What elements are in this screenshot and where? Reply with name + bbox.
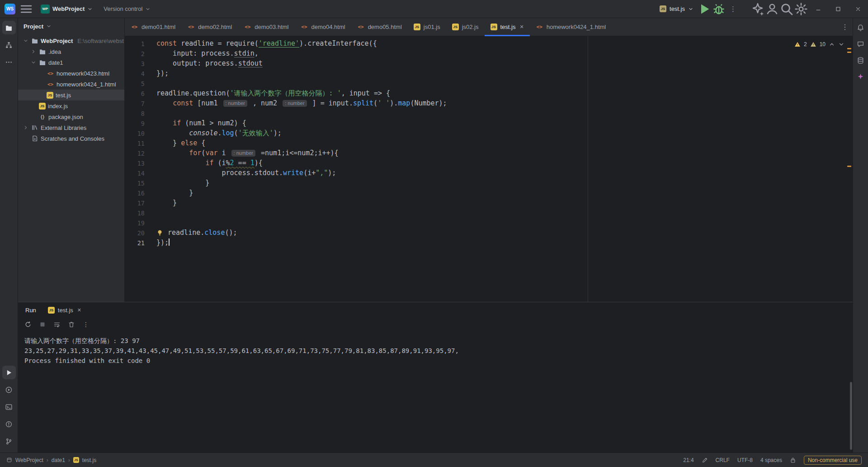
- warning-stripe-mark[interactable]: [847, 166, 851, 167]
- tool-window-button-problems[interactable]: [2, 417, 16, 431]
- main-menu-icon[interactable]: [19, 2, 33, 16]
- console-line-2[interactable]: 23,25,27,29,31,33,35,37,39,41,43,45,47,4…: [24, 346, 846, 356]
- tool-window-button-git[interactable]: [2, 434, 16, 448]
- code-line-11[interactable]: 11 } else {: [125, 138, 853, 148]
- project-tree-item-WebProject[interactable]: WebProjectE:\software\webst: [18, 35, 124, 46]
- line-number[interactable]: 14: [125, 168, 145, 178]
- code-line-3[interactable]: 3 output: process.stdout: [125, 58, 853, 68]
- maximize-button[interactable]: [828, 0, 848, 18]
- line-number[interactable]: 4: [125, 68, 145, 78]
- code-line-12[interactable]: 12 for(var i : number =num1;i<=num2;i++)…: [125, 148, 853, 158]
- console-scrollbar[interactable]: [850, 382, 852, 450]
- chevron-right-icon[interactable]: [23, 125, 29, 130]
- cursor-position[interactable]: 21:4: [683, 457, 693, 463]
- line-number[interactable]: 7: [125, 98, 145, 108]
- project-panel-header[interactable]: Project: [18, 18, 124, 34]
- run-button[interactable]: [697, 2, 712, 16]
- tool-window-button-run[interactable]: [2, 366, 16, 379]
- line-number[interactable]: 11: [125, 138, 145, 148]
- editor-tab-test.js[interactable]: JStest.js✕: [485, 18, 530, 36]
- editor-tab-demo01.html[interactable]: <>demo01.html: [125, 18, 181, 36]
- project-tree-item-homework0423.html[interactable]: <>homework0423.html: [18, 68, 124, 79]
- run-tab[interactable]: JS test.js ✕: [45, 302, 84, 318]
- code-line-18[interactable]: 18: [125, 208, 853, 218]
- breadcrumb-folder[interactable]: date1: [52, 457, 65, 463]
- project-tree-item-homework0424_1.html[interactable]: <>homework0424_1.html: [18, 79, 124, 90]
- project-tree-item-.idea[interactable]: .idea: [18, 46, 124, 57]
- close-button[interactable]: [848, 0, 868, 18]
- line-separator[interactable]: CRLF: [716, 457, 730, 463]
- editor-tab-demo04.html[interactable]: <>demo04.html: [294, 18, 351, 36]
- line-number[interactable]: 17: [125, 198, 145, 208]
- next-problem-icon[interactable]: [838, 41, 844, 48]
- editor-tab-homework0424_1.html[interactable]: <>homework0424_1.html: [530, 18, 612, 36]
- settings-gear-icon[interactable]: [794, 2, 808, 16]
- code-line-20[interactable]: 20readline.close();: [125, 228, 853, 238]
- project-widget[interactable]: WP WebProject: [37, 3, 96, 15]
- code-line-13[interactable]: 13 if (i%2 == 1){: [125, 158, 853, 168]
- minimize-button[interactable]: [808, 0, 828, 18]
- intention-bulb-icon[interactable]: [156, 229, 163, 236]
- code-line-9[interactable]: 9 if (num1 > num2) {: [125, 118, 853, 128]
- line-number[interactable]: 16: [125, 188, 145, 198]
- license-badge[interactable]: Non-commercial use: [804, 456, 862, 465]
- debug-button[interactable]: [712, 2, 726, 16]
- line-number[interactable]: 6: [125, 88, 145, 98]
- rerun-button[interactable]: [23, 319, 33, 330]
- indent-style[interactable]: 4 spaces: [760, 457, 782, 463]
- breadcrumb-file[interactable]: test.js: [82, 457, 96, 463]
- tool-window-button-services[interactable]: [2, 383, 16, 396]
- console-line-1[interactable]: 请输入两个数字（用空格分隔）: 23 97: [24, 336, 846, 346]
- editor-tab-js02.js[interactable]: JSjs02.js: [446, 18, 485, 36]
- code-line-21[interactable]: 21});: [125, 238, 853, 248]
- code-line-15[interactable]: 15 }: [125, 178, 853, 188]
- warning-stripe-mark[interactable]: [847, 48, 851, 49]
- stop-button[interactable]: [37, 319, 48, 330]
- chevron-right-icon[interactable]: [30, 49, 37, 54]
- line-number[interactable]: 19: [125, 218, 145, 228]
- line-number[interactable]: 1: [125, 38, 145, 48]
- chevron-down-icon[interactable]: [30, 60, 37, 65]
- editor-tab-demo02.html[interactable]: <>demo02.html: [181, 18, 238, 36]
- tool-window-button-database[interactable]: [855, 54, 867, 66]
- tool-window-button-project[interactable]: [2, 21, 16, 34]
- soft-wrap-icon[interactable]: [52, 319, 62, 330]
- breadcrumb-project[interactable]: WebProject: [15, 457, 43, 463]
- tool-window-button-chat[interactable]: [855, 38, 867, 50]
- line-number[interactable]: 21: [125, 238, 145, 248]
- version-control-widget[interactable]: Version control: [100, 4, 154, 14]
- project-tree-item-date1[interactable]: date1: [18, 57, 124, 68]
- code-editor[interactable]: 1const readline = require('readline').cr…: [125, 36, 853, 302]
- tool-window-button-more[interactable]: [2, 55, 16, 69]
- code-line-6[interactable]: 6readline.question('请输入两个数字（用空格分隔）: ', i…: [125, 88, 853, 98]
- project-tree-item-Scratches and Consoles[interactable]: Scratches and Consoles: [18, 133, 124, 144]
- code-line-4[interactable]: 4});: [125, 68, 853, 78]
- warning-stripe-mark[interactable]: [847, 52, 851, 53]
- line-number[interactable]: 3: [125, 58, 145, 68]
- tab-options-icon[interactable]: ⋮: [837, 23, 853, 31]
- code-line-19[interactable]: 19: [125, 218, 853, 228]
- lock-icon[interactable]: [790, 457, 796, 463]
- profile-icon[interactable]: [765, 2, 779, 16]
- line-number[interactable]: 9: [125, 118, 145, 128]
- line-number[interactable]: 20: [125, 228, 145, 238]
- code-line-5[interactable]: 5: [125, 78, 853, 88]
- code-line-7[interactable]: 7 const [num1 : number , num2 : number ]…: [125, 98, 853, 108]
- tool-window-button-notifications[interactable]: [855, 22, 867, 33]
- prev-problem-icon[interactable]: [829, 41, 835, 48]
- run-configuration-widget[interactable]: JS test.js: [656, 5, 697, 12]
- line-number[interactable]: 18: [125, 208, 145, 218]
- more-options-icon[interactable]: ⋮: [80, 319, 91, 330]
- inspections-widget[interactable]: 2 10: [794, 39, 844, 49]
- code-line-17[interactable]: 17 }: [125, 198, 853, 208]
- project-tree-item-package.json[interactable]: {}package.json: [18, 111, 124, 122]
- project-tree-item-External Libraries[interactable]: External Libraries: [18, 122, 124, 133]
- tool-window-button-structure[interactable]: [2, 38, 16, 52]
- line-number[interactable]: 8: [125, 108, 145, 118]
- console-line-3[interactable]: Process finished with exit code 0: [24, 356, 846, 366]
- code-line-10[interactable]: 10 console.log('无效输入');: [125, 128, 853, 138]
- tool-window-button-ai-assistant[interactable]: [855, 71, 867, 82]
- console-output[interactable]: 请输入两个数字（用空格分隔）: 23 9723,25,27,29,31,33,3…: [18, 331, 853, 453]
- line-number[interactable]: 13: [125, 158, 145, 168]
- editor-tab-demo05.html[interactable]: <>demo05.html: [351, 18, 408, 36]
